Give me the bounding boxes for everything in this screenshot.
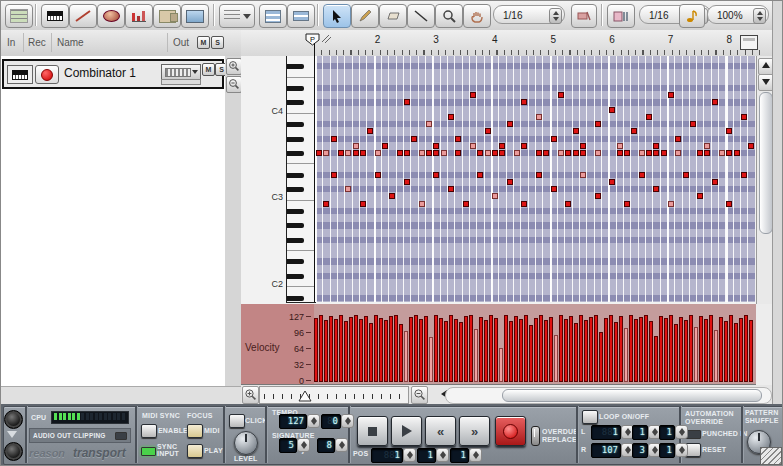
velocity-bar[interactable]: [429, 337, 433, 382]
midi-note[interactable]: [675, 150, 681, 156]
pos-beat-stepper[interactable]: [436, 448, 449, 462]
velocity-bar[interactable]: [329, 316, 333, 382]
play-button[interactable]: [391, 416, 422, 446]
black-key[interactable]: [287, 100, 304, 105]
midi-note[interactable]: [367, 128, 373, 134]
collapse-transport-arrow[interactable]: [7, 431, 17, 438]
vertical-scroll-thumb[interactable]: [759, 92, 773, 234]
track-output-select[interactable]: [161, 64, 201, 80]
midi-note[interactable]: [536, 114, 542, 120]
velocity-bar[interactable]: [369, 323, 373, 382]
velocity-bar[interactable]: [509, 321, 513, 382]
velocity-bar[interactable]: [354, 315, 358, 382]
tempo-decimal-stepper[interactable]: [341, 414, 354, 428]
velocity-bar[interactable]: [499, 348, 503, 382]
loop-on-off-button[interactable]: [582, 410, 598, 424]
midi-note[interactable]: [551, 186, 557, 192]
velocity-bar[interactable]: [564, 319, 568, 382]
velocity-bar[interactable]: [534, 318, 538, 382]
midi-note[interactable]: [375, 172, 381, 178]
midi-note[interactable]: [617, 143, 623, 149]
zoom-in-button[interactable]: [226, 58, 242, 75]
zoom-stepper[interactable]: [753, 8, 766, 24]
velocity-bar[interactable]: [549, 317, 553, 382]
lane-options-button[interactable]: [219, 4, 255, 28]
velocity-bar[interactable]: [579, 315, 583, 382]
drum-lane-button[interactable]: [97, 4, 125, 28]
velocity-lane[interactable]: [314, 304, 756, 385]
velocity-bar[interactable]: [414, 315, 418, 382]
track-row[interactable]: Combinator 1 M S: [2, 59, 224, 89]
midi-note[interactable]: [726, 128, 732, 134]
velocity-bar[interactable]: [474, 329, 478, 382]
velocity-bar[interactable]: [514, 316, 518, 382]
controller-lane-button[interactable]: [69, 4, 97, 28]
midi-note[interactable]: [433, 150, 439, 156]
midi-note[interactable]: [661, 150, 667, 156]
midi-note[interactable]: [639, 172, 645, 178]
snap-toggle-button[interactable]: [571, 4, 597, 28]
arrange-view-button[interactable]: [181, 4, 209, 28]
midi-note[interactable]: [536, 150, 542, 156]
velocity-bar[interactable]: [434, 315, 438, 382]
velocity-bar[interactable]: [664, 318, 668, 382]
signature-numerator-display[interactable]: 85: [279, 438, 297, 453]
velocity-bar[interactable]: [704, 319, 708, 382]
velocity-bar[interactable]: [614, 322, 618, 382]
velocity-bar[interactable]: [684, 320, 688, 382]
zoom-level-select[interactable]: 100%: [707, 5, 769, 24]
pos-16th-display[interactable]: 81: [450, 448, 469, 463]
midi-note[interactable]: [646, 114, 652, 120]
loop-right-bar-display[interactable]: 888107: [591, 443, 621, 458]
hzoom-slider[interactable]: [259, 386, 409, 404]
velocity-bar[interactable]: [584, 320, 588, 382]
piano-keyboard[interactable]: [286, 56, 316, 303]
midi-note[interactable]: [521, 99, 527, 105]
velocity-bar[interactable]: [424, 316, 428, 382]
velocity-bar[interactable]: [659, 316, 663, 382]
velocity-bar[interactable]: [734, 323, 738, 382]
midi-note[interactable]: [426, 150, 432, 156]
midi-note[interactable]: [748, 143, 754, 149]
stop-button[interactable]: [357, 416, 388, 446]
velocity-bar[interactable]: [689, 315, 693, 382]
midi-note[interactable]: [639, 150, 645, 156]
velocity-bar[interactable]: [604, 318, 608, 382]
pencil-tool-button[interactable]: [351, 4, 379, 28]
velocity-bar[interactable]: [694, 327, 698, 382]
velocity-bar[interactable]: [634, 319, 638, 382]
midi-note[interactable]: [668, 92, 674, 98]
pos-beat-display[interactable]: 81: [417, 448, 436, 463]
velocity-bar[interactable]: [639, 317, 643, 382]
track-input-button[interactable]: [7, 65, 33, 84]
key-lane-button[interactable]: [41, 4, 69, 28]
track-mute-button[interactable]: M: [202, 63, 215, 76]
velocity-bar[interactable]: [624, 328, 628, 382]
midi-note[interactable]: [492, 193, 498, 199]
midi-note[interactable]: [338, 150, 344, 156]
midi-note[interactable]: [470, 143, 476, 149]
loop-left-16th-display[interactable]: 81: [659, 425, 675, 440]
midi-note[interactable]: [617, 150, 623, 156]
midi-note[interactable]: [514, 150, 520, 156]
line-tool-button[interactable]: [407, 4, 435, 28]
black-key[interactable]: [287, 151, 304, 156]
midi-note[interactable]: [580, 150, 586, 156]
midi-note[interactable]: [712, 99, 718, 105]
midi-note[interactable]: [704, 150, 710, 156]
midi-note[interactable]: [609, 179, 615, 185]
velocity-bar[interactable]: [484, 320, 488, 382]
midi-note[interactable]: [463, 201, 469, 207]
horizontal-scrollbar[interactable]: [445, 387, 772, 404]
record-enable-button[interactable]: [35, 65, 59, 84]
midi-note[interactable]: [426, 121, 432, 127]
midi-note[interactable]: [741, 172, 747, 178]
velocity-bar[interactable]: [314, 318, 318, 382]
midi-note[interactable]: [690, 121, 696, 127]
zoom-out-button[interactable]: [226, 76, 242, 93]
velocity-bar[interactable]: [409, 317, 413, 382]
velocity-bar[interactable]: [529, 325, 533, 382]
black-key[interactable]: [287, 137, 304, 142]
velocity-bar[interactable]: [494, 318, 498, 382]
velocity-bar[interactable]: [739, 318, 743, 382]
